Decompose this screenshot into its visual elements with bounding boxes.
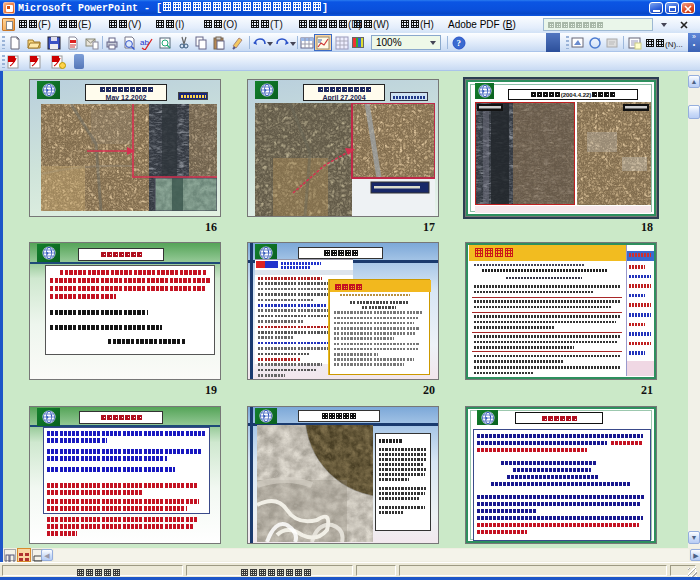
svg-text:?: ? — [457, 38, 462, 48]
